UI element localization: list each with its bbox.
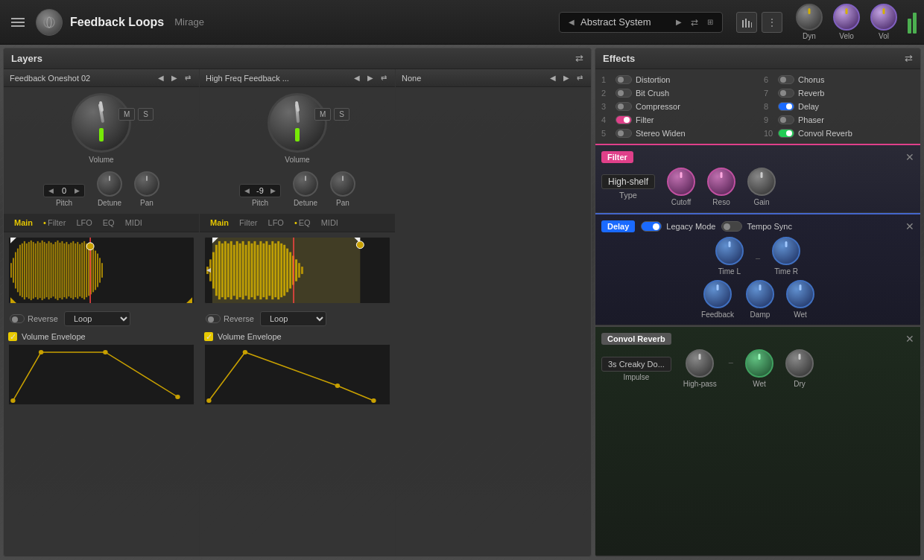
layer-1-tab-midi[interactable]: MIDI	[121, 217, 147, 229]
layer-2-tab-midi[interactable]: MIDI	[317, 217, 343, 229]
layer-2-tab-main[interactable]: Main	[206, 217, 233, 229]
layer-1-tab-filter[interactable]: Filter	[39, 217, 70, 229]
layer-1-detune-knob[interactable]	[97, 171, 122, 197]
layer-1-waveform[interactable]	[8, 237, 194, 304]
layer-2-prev[interactable]: ◀	[352, 73, 362, 83]
layer-2-reverse[interactable]: Reverse	[206, 314, 254, 323]
layer-2-pitch-stepper[interactable]: ◀ -9 ▶	[239, 184, 281, 197]
layer-1-tab-eq[interactable]: EQ	[98, 217, 119, 229]
filter-type-group: High-shelf Type	[601, 174, 655, 200]
filter-reso-knob[interactable]	[707, 168, 735, 196]
effect-8-toggle[interactable]	[778, 102, 794, 111]
layer-1-tab-lfo[interactable]: LFO	[72, 217, 96, 229]
delay-damp-knob[interactable]	[746, 280, 774, 308]
delay-time-r-knob[interactable]	[772, 237, 800, 265]
effect-2-name[interactable]: Bit Crush	[636, 89, 669, 98]
effect-8-name[interactable]: Delay	[798, 102, 819, 111]
layer-1-solo[interactable]: S	[138, 108, 154, 121]
layer-2-solo[interactable]: S	[334, 108, 349, 121]
convol-dry-knob[interactable]	[785, 349, 814, 378]
effect-10-name[interactable]: Convol Reverb	[798, 129, 852, 138]
dyn-label: Dyn	[803, 32, 816, 40]
layer-1-mute[interactable]: M	[118, 108, 135, 121]
filter-close[interactable]: ✕	[905, 151, 914, 163]
effect-2-toggle[interactable]	[616, 89, 632, 98]
effect-6-toggle[interactable]	[778, 75, 794, 84]
delay-time-l-knob[interactable]	[715, 237, 744, 265]
eq-bars-icon[interactable]	[736, 12, 757, 33]
top-bar: Feedback Loops Mirage ◀ Abstract System …	[0, 0, 924, 45]
effect-3-toggle[interactable]	[616, 102, 632, 111]
effect-5-toggle[interactable]	[616, 129, 632, 138]
layer-1-loop-select[interactable]: Loop One-shot Ping-pong	[64, 311, 130, 326]
effect-9-name[interactable]: Phaser	[798, 115, 824, 124]
filter-type-val[interactable]: High-shelf	[601, 174, 655, 189]
layer-1-pitch-down[interactable]: ◀	[48, 187, 54, 194]
preset-shuffle[interactable]: ⇄	[688, 16, 701, 29]
effect-10-toggle[interactable]	[778, 129, 794, 138]
layer-2-tab-lfo[interactable]: LFO	[264, 217, 288, 229]
layer-1-reverse[interactable]: Reverse	[10, 314, 58, 323]
layer-1-shuffle[interactable]: ⇄	[183, 73, 193, 83]
effect-6-name[interactable]: Chorus	[798, 75, 824, 84]
layer-3-next[interactable]: ▶	[561, 73, 572, 83]
filter-cutoff-knob[interactable]	[667, 168, 695, 196]
convol-close[interactable]: ✕	[905, 333, 914, 345]
convol-wet-knob[interactable]	[745, 349, 773, 378]
impulse-val[interactable]: 3s Creaky Do...	[601, 357, 671, 372]
effect-5-name[interactable]: Stereo Widen	[636, 129, 686, 138]
layer-3-shuffle[interactable]: ⇄	[575, 73, 585, 83]
layer-2-pitch-up[interactable]: ▶	[270, 187, 276, 194]
layer-2-loop-select[interactable]: Loop One-shot Ping-pong	[260, 311, 326, 326]
layer-2-waveform[interactable]	[204, 237, 390, 304]
layer-2-pan-knob[interactable]	[330, 171, 355, 197]
preset-save[interactable]: ⊞	[704, 16, 716, 28]
preset-prev[interactable]: ◀	[566, 16, 578, 28]
effect-1-toggle[interactable]	[616, 75, 632, 84]
effect-7-name[interactable]: Reverb	[798, 89, 824, 98]
layer-1-pitch-up[interactable]: ▶	[75, 187, 80, 194]
delay-wet-knob[interactable]	[786, 280, 814, 308]
convol-highpass-knob[interactable]	[686, 349, 714, 378]
hamburger-menu[interactable]	[7, 14, 28, 31]
layers-shuffle-icon[interactable]: ⇄	[575, 53, 583, 64]
layer-1-next[interactable]: ▶	[169, 73, 180, 83]
effect-4-toggle[interactable]	[616, 115, 632, 124]
velo-knob[interactable]	[833, 4, 860, 31]
layer-2-next[interactable]: ▶	[365, 73, 376, 83]
options-icon[interactable]: ⋮	[762, 12, 782, 33]
layer-1-env-checkbox[interactable]: ✓	[8, 332, 17, 341]
dyn-knob[interactable]	[796, 4, 823, 31]
layer-2-tab-eq[interactable]: EQ	[290, 217, 315, 229]
effect-4-name[interactable]: Filter	[636, 115, 654, 124]
preset-next[interactable]: ▶	[673, 16, 685, 28]
layer-1-pan-knob[interactable]	[134, 171, 159, 197]
filter-gain-knob[interactable]	[747, 168, 776, 196]
layer-1-tab-main[interactable]: Main	[10, 217, 37, 229]
effect-3-name[interactable]: Compressor	[636, 102, 680, 111]
layer-1-prev[interactable]: ◀	[156, 73, 166, 83]
svg-rect-10	[17, 249, 19, 293]
layer-1-volume-knob[interactable]	[72, 93, 131, 153]
layer-2-mute[interactable]: M	[314, 108, 331, 121]
layer-1-pitch-stepper[interactable]: ◀ 0 ▶	[43, 184, 85, 197]
layer-3-prev[interactable]: ◀	[548, 73, 558, 83]
tempo-sync-toggle-row: Tempo Sync	[721, 221, 792, 232]
layer-2-shuffle[interactable]: ⇄	[379, 73, 389, 83]
effect-7-toggle[interactable]	[778, 89, 794, 98]
delay-feedback-knob[interactable]	[703, 280, 732, 308]
layer-2-tab-filter[interactable]: Filter	[235, 217, 262, 229]
effect-1-name[interactable]: Distortion	[636, 75, 670, 84]
effects-shuffle-icon[interactable]: ⇄	[905, 53, 913, 64]
layer-1-env-canvas[interactable]	[8, 344, 194, 404]
tempo-sync-toggle[interactable]	[721, 221, 742, 232]
legacy-mode-toggle[interactable]	[641, 221, 662, 232]
layer-2-pitch-down[interactable]: ◀	[244, 187, 250, 194]
layer-2-volume-knob[interactable]	[268, 93, 327, 153]
delay-close[interactable]: ✕	[905, 220, 914, 232]
vol-knob[interactable]	[870, 4, 897, 31]
layer-2-env-checkbox[interactable]: ✓	[204, 332, 213, 341]
layer-2-detune-knob[interactable]	[293, 171, 318, 197]
effect-9-toggle[interactable]	[778, 115, 794, 124]
layer-2-env-canvas[interactable]	[204, 344, 390, 404]
